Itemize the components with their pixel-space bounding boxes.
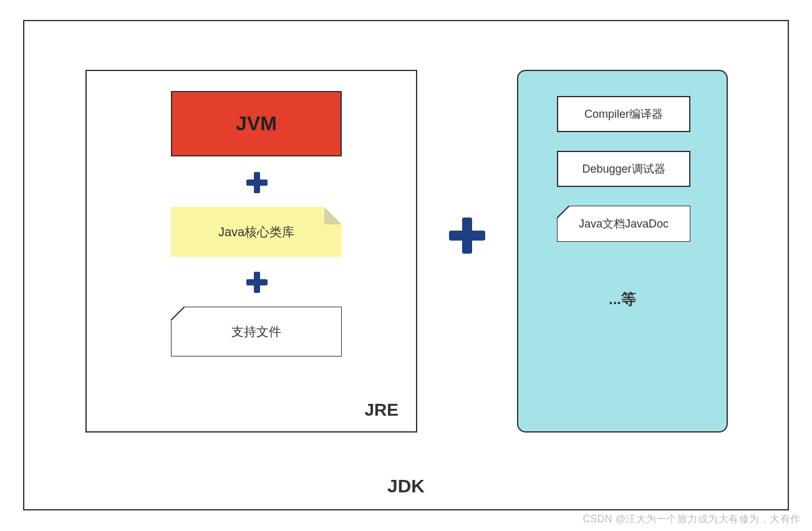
- page-fold-icon: [324, 207, 342, 224]
- jvm-label: JVM: [236, 112, 277, 135]
- support-file-box: 支持文件: [171, 307, 342, 356]
- javadoc-label: Java文档JavaDoc: [557, 206, 690, 242]
- plus-icon: [245, 270, 269, 294]
- svg-rect-1: [246, 179, 268, 186]
- watermark-text: CSDN @汪大为一个致力成为大有修为，大有作: [582, 513, 801, 526]
- jre-label: JRE: [365, 400, 399, 420]
- jvm-box: JVM: [171, 91, 342, 156]
- etc-label: ...等: [518, 289, 727, 309]
- tools-container: Compiler编译器 Debugger调试器 Java文档JavaDoc ..…: [517, 70, 728, 433]
- plus-icon: [245, 171, 269, 194]
- plus-icon: [447, 216, 487, 256]
- support-file-label: 支持文件: [171, 307, 342, 356]
- jdk-container: JVM Java核心类库 支持文件 JRE: [23, 20, 789, 510]
- compiler-label: Compiler编译器: [584, 107, 663, 122]
- svg-rect-3: [246, 279, 268, 285]
- debugger-box: Debugger调试器: [557, 151, 690, 187]
- corelib-label: Java核心类库: [218, 224, 294, 241]
- debugger-label: Debugger调试器: [582, 161, 665, 176]
- jre-container: JVM Java核心类库 支持文件 JRE: [85, 70, 417, 433]
- compiler-box: Compiler编译器: [557, 96, 690, 132]
- jdk-label: JDK: [24, 476, 788, 497]
- svg-rect-6: [449, 231, 485, 241]
- javadoc-box: Java文档JavaDoc: [557, 206, 690, 242]
- corelib-box: Java核心类库: [171, 207, 342, 257]
